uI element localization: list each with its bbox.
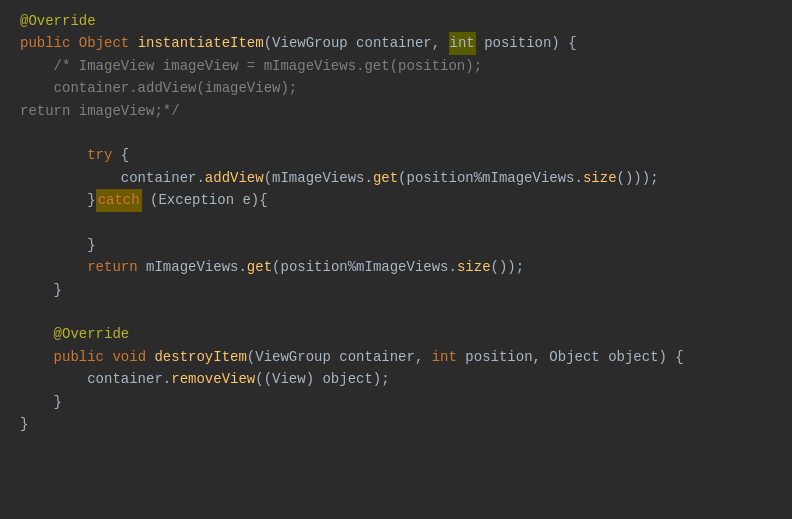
annotation-override-2: @Override bbox=[20, 323, 129, 345]
method-size-1: size bbox=[583, 167, 617, 189]
keyword-catch-highlighted: catch bbox=[96, 189, 142, 211]
method-instantiateItem: instantiateItem bbox=[138, 32, 264, 54]
keyword-public-2: public bbox=[20, 346, 104, 368]
keyword-try: try bbox=[87, 144, 112, 166]
code-line-18: } bbox=[0, 391, 792, 413]
comment-addview: container.addView(imageView); bbox=[20, 77, 297, 99]
keyword-int-2: int bbox=[432, 346, 457, 368]
code-line-15: @Override bbox=[0, 323, 792, 345]
code-line-9: } catch (Exception e){ bbox=[0, 189, 792, 211]
keyword-void: void bbox=[112, 346, 146, 368]
method-addview: addView bbox=[205, 167, 264, 189]
code-line-7: try { bbox=[0, 144, 792, 166]
code-line-19: } bbox=[0, 413, 792, 435]
code-line-3: /* ImageView imageView = mImageViews.get… bbox=[0, 55, 792, 77]
code-editor: @Override public Object instantiateItem … bbox=[0, 0, 792, 519]
code-line-6 bbox=[0, 122, 792, 144]
method-get-2: get bbox=[247, 256, 272, 278]
code-line-16: public void destroyItem (ViewGroup conta… bbox=[0, 346, 792, 368]
method-get-1: get bbox=[373, 167, 398, 189]
keyword-public-1: public bbox=[20, 32, 70, 54]
code-line-1: @Override bbox=[0, 10, 792, 32]
code-line-5: return imageView;*/ bbox=[0, 100, 792, 122]
comment-return: return imageView;*/ bbox=[20, 100, 180, 122]
comment-imageview: /* ImageView imageView = mImageViews.get… bbox=[20, 55, 482, 77]
annotation-override-1: @Override bbox=[20, 10, 96, 32]
code-line-14 bbox=[0, 301, 792, 323]
method-removeview: removeView bbox=[171, 368, 255, 390]
code-line-2: public Object instantiateItem (ViewGroup… bbox=[0, 32, 792, 54]
code-line-8: container. addView (mImageViews. get (po… bbox=[0, 167, 792, 189]
method-size-2: size bbox=[457, 256, 491, 278]
code-line-10 bbox=[0, 212, 792, 234]
keyword-object: Object bbox=[79, 32, 129, 54]
code-line-12: return mImageViews. get (position%mImage… bbox=[0, 256, 792, 278]
keyword-int-highlighted: int bbox=[449, 32, 476, 54]
code-line-11: } bbox=[0, 234, 792, 256]
code-line-13: } bbox=[0, 279, 792, 301]
code-line-17: container. removeView ((View) object); bbox=[0, 368, 792, 390]
code-line-4: container.addView(imageView); bbox=[0, 77, 792, 99]
keyword-return: return bbox=[87, 256, 137, 278]
method-destroyItem: destroyItem bbox=[154, 346, 246, 368]
